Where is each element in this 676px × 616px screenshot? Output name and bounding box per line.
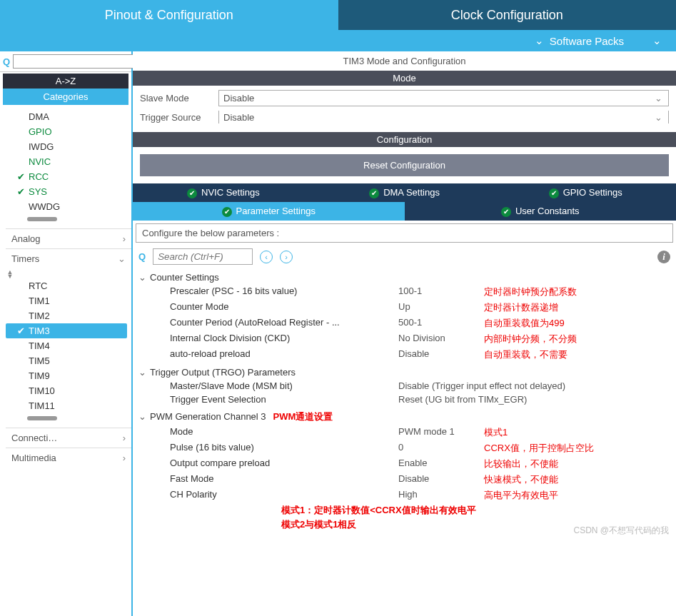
param-label: CH Polarity: [170, 489, 398, 502]
param-label: Pulse (16 bits value): [170, 442, 398, 455]
category-multimedia[interactable]: Multimedia ›: [6, 448, 131, 468]
peripheral-sys[interactable]: SYS: [6, 184, 131, 199]
annotation-note1: 模式1：定时器计数值<CCRX值时输出有效电平: [281, 503, 670, 517]
search-icon[interactable]: Q: [3, 56, 10, 67]
param-row[interactable]: Fast ModeDisable快速模式，不使能: [138, 472, 670, 488]
collapse-icon: ⌄: [138, 272, 147, 283]
category-label: Multimedia: [11, 453, 56, 463]
param-row[interactable]: auto-reload preloadDisable自动重装载，不需要: [138, 347, 670, 363]
sort-az-button[interactable]: A->Z: [3, 74, 128, 89]
param-value: Disable: [398, 473, 484, 486]
param-row[interactable]: Prescaler (PSC - 16 bits value)100-1定时器时…: [138, 284, 670, 300]
collapse-icon: ⌄: [138, 411, 147, 422]
param-row[interactable]: ModePWM mode 1模式1: [138, 425, 670, 440]
prev-match-button[interactable]: ‹: [260, 251, 273, 263]
param-value: High: [398, 489, 484, 502]
annotation: 内部时钟分频，不分频: [484, 333, 577, 345]
group-trgo-parameters[interactable]: ⌄Trigger Output (TRGO) Parameters: [138, 365, 670, 379]
category-label: Analog: [11, 233, 40, 244]
param-label: Counter Period (AutoReload Register - ..…: [170, 317, 398, 330]
timer-tim1[interactable]: TIM1: [6, 293, 131, 308]
sort-icon[interactable]: ▲▼: [6, 270, 14, 278]
info-icon[interactable]: i: [657, 251, 670, 263]
annotation: 定时器时钟预分配系数: [484, 286, 577, 298]
param-label: Output compare preload: [170, 458, 398, 470]
collapse-icon: ⌄: [138, 367, 147, 378]
slave-mode-select[interactable]: Disable: [218, 90, 669, 106]
chevron-down-icon: ⌄: [652, 34, 662, 47]
category-label: Timers: [11, 253, 39, 264]
timer-tim4[interactable]: TIM4: [6, 338, 131, 353]
param-row[interactable]: Pulse (16 bits value)0CCRX值，用于控制占空比: [138, 440, 670, 456]
chevron-down-icon: ⌄: [535, 34, 544, 47]
scrollbar-thumb[interactable]: [27, 217, 57, 221]
param-label: Internal Clock Division (CKD): [170, 333, 398, 345]
annotation: 自动重装载，不需要: [484, 348, 567, 361]
scrollbar-thumb[interactable]: [27, 416, 57, 420]
param-row[interactable]: CH PolarityHigh高电平为有效电平: [138, 488, 670, 503]
group-pwm-channel3[interactable]: ⌄PWM Generation Channel 3PWM通道设置: [138, 409, 670, 425]
peripheral-dma[interactable]: DMA: [6, 109, 131, 124]
param-label: Trigger Event Selection: [170, 394, 398, 405]
category-analog[interactable]: Analog ›: [6, 228, 131, 248]
param-row[interactable]: Counter Period (AutoReload Register - ..…: [138, 315, 670, 331]
reset-configuration-button[interactable]: Reset Configuration: [140, 154, 669, 176]
annotation: 模式1: [484, 426, 508, 439]
slave-mode-label: Slave Mode: [140, 93, 218, 103]
param-label: Prescaler (PSC - 16 bits value): [170, 286, 398, 298]
annotation: 自动重装载值为499: [484, 317, 565, 330]
param-search-input[interactable]: [153, 248, 253, 265]
tab-dma-settings[interactable]: DMA Settings: [314, 183, 495, 202]
search-icon[interactable]: Q: [138, 251, 146, 262]
timer-tim9[interactable]: TIM9: [6, 368, 131, 383]
config-panel: TIM3 Mode and Configuration Mode Slave M…: [133, 51, 676, 616]
watermark: CSDN @不想写代码的我: [573, 525, 669, 537]
tab-clock-config[interactable]: Clock Configuration: [338, 0, 677, 30]
tab-parameter-settings[interactable]: Parameter Settings: [133, 202, 405, 221]
param-row[interactable]: Master/Slave Mode (MSM bit)Disable (Trig…: [138, 379, 670, 393]
timer-rtc[interactable]: RTC: [6, 278, 131, 293]
annotation: 比较输出，不使能: [484, 458, 558, 470]
peripheral-wwdg[interactable]: WWDG: [6, 199, 131, 214]
param-row[interactable]: Counter ModeUp定时器计数器递增: [138, 300, 670, 315]
panel-title: TIM3 Mode and Configuration: [133, 51, 676, 71]
timer-tim3[interactable]: TIM3: [6, 323, 127, 338]
chevron-down-icon: ⌄: [118, 253, 126, 264]
param-row[interactable]: Trigger Event SelectionReset (UG bit fro…: [138, 393, 670, 406]
next-match-button[interactable]: ›: [280, 251, 293, 263]
param-value: Disable: [398, 348, 484, 361]
peripheral-rcc[interactable]: RCC: [6, 169, 131, 184]
annotation: 定时器计数器递增: [484, 301, 558, 314]
param-value: Disable (Trigger input effect not delaye…: [398, 380, 565, 391]
timer-tim10[interactable]: TIM10: [6, 383, 131, 398]
tab-gpio-settings[interactable]: GPIO Settings: [495, 183, 676, 202]
param-row[interactable]: Output compare preloadEnable比较输出，不使能: [138, 456, 670, 472]
tab-pinout-config[interactable]: Pinout & Configuration: [0, 0, 338, 30]
timer-tim5[interactable]: TIM5: [6, 353, 131, 368]
tab-nvic-settings[interactable]: NVIC Settings: [133, 183, 314, 202]
timer-tim2[interactable]: TIM2: [6, 308, 131, 323]
peripheral-search-input[interactable]: [13, 54, 141, 69]
group-counter-settings[interactable]: ⌄Counter Settings: [138, 271, 670, 284]
category-connectivity[interactable]: Connecti… ›: [6, 428, 131, 448]
category-timers[interactable]: Timers ⌄: [6, 248, 131, 268]
trigger-source-select[interactable]: Disable: [218, 111, 669, 123]
tab-user-constants[interactable]: User Constants: [405, 202, 677, 221]
param-value: Up: [398, 301, 484, 314]
peripheral-gpio[interactable]: GPIO: [6, 124, 131, 139]
chevron-right-icon: ›: [123, 233, 126, 244]
annotation: 快速模式，不使能: [484, 473, 558, 486]
software-packs-bar[interactable]: ⌄ Software Packs ⌄: [0, 30, 676, 51]
peripheral-iwdg[interactable]: IWDG: [6, 139, 131, 154]
left-sidebar: Q A->Z Categories DMAGPIOIWDGNVICRCCSYSW…: [0, 51, 133, 616]
configure-hint: Configure the below parameters :: [136, 223, 673, 243]
param-row[interactable]: Internal Clock Division (CKD)No Division…: [138, 331, 670, 347]
chevron-right-icon: ›: [123, 433, 126, 443]
param-value: No Division: [398, 333, 484, 345]
categories-tab[interactable]: Categories: [3, 89, 128, 105]
trigger-source-label: Trigger Source: [140, 112, 218, 123]
timer-tim11[interactable]: TIM11: [6, 398, 131, 413]
peripheral-nvic[interactable]: NVIC: [6, 154, 131, 169]
param-value: 0: [398, 442, 484, 455]
param-value: PWM mode 1: [398, 426, 484, 439]
